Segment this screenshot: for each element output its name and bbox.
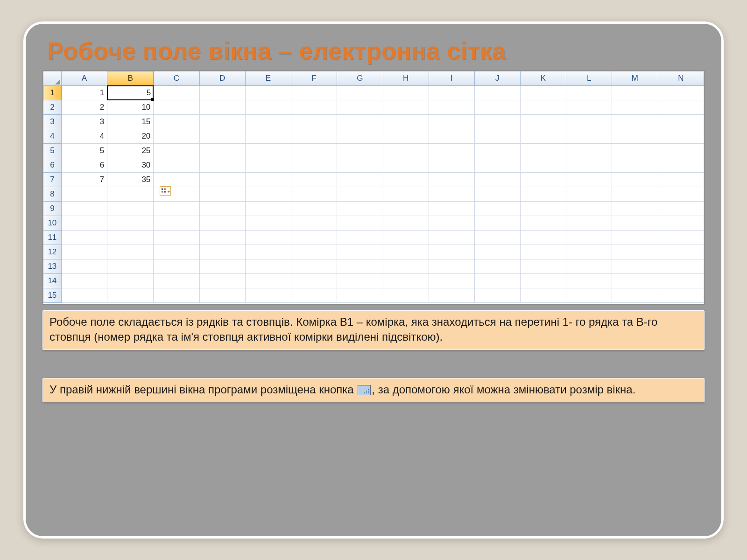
row-header-9[interactable]: 9 <box>43 202 62 216</box>
cell-G13[interactable] <box>337 259 383 274</box>
cell-M9[interactable] <box>612 202 658 216</box>
cell-H6[interactable] <box>383 158 429 173</box>
cell-E1[interactable] <box>245 86 291 100</box>
cell-H5[interactable] <box>383 144 429 158</box>
cell-J10[interactable] <box>474 216 520 231</box>
cell-J6[interactable] <box>474 158 520 173</box>
cell-A12[interactable] <box>61 245 107 259</box>
cell-F12[interactable] <box>291 245 337 259</box>
cell-M11[interactable] <box>612 231 658 245</box>
cell-D13[interactable] <box>199 259 245 274</box>
cell-K1[interactable] <box>520 86 566 100</box>
cell-D8[interactable] <box>199 187 245 202</box>
cell-D4[interactable] <box>199 129 245 144</box>
cell-N10[interactable] <box>658 216 704 231</box>
cell-D1[interactable] <box>199 86 245 100</box>
cell-M14[interactable] <box>612 274 658 288</box>
cell-G12[interactable] <box>337 245 383 259</box>
row-header-1[interactable]: 1 <box>43 86 62 100</box>
cell-D11[interactable] <box>199 231 245 245</box>
cell-L3[interactable] <box>566 115 612 129</box>
cell-J4[interactable] <box>474 129 520 144</box>
cell-K12[interactable] <box>520 245 566 259</box>
cell-I11[interactable] <box>429 231 474 245</box>
cell-N11[interactable] <box>658 231 704 245</box>
cell-K15[interactable] <box>520 288 566 303</box>
cell-M12[interactable] <box>612 245 658 259</box>
cell-A8[interactable] <box>61 187 107 202</box>
cell-E11[interactable] <box>245 231 291 245</box>
cell-I1[interactable] <box>429 86 474 100</box>
cell-I13[interactable] <box>429 259 474 274</box>
cell-J15[interactable] <box>474 288 520 303</box>
cell-E4[interactable] <box>245 129 291 144</box>
row-header-5[interactable]: 5 <box>43 144 62 158</box>
cell-J3[interactable] <box>474 115 520 129</box>
cell-B14[interactable] <box>107 274 154 288</box>
row-header-7[interactable]: 7 <box>43 173 62 187</box>
cell-C7[interactable] <box>154 173 199 187</box>
cell-J8[interactable] <box>474 187 520 202</box>
cell-L1[interactable] <box>566 86 612 100</box>
row-header-15[interactable]: 15 <box>43 288 62 303</box>
cell-D5[interactable] <box>199 144 245 158</box>
cell-A9[interactable] <box>61 202 107 216</box>
column-header-G[interactable]: G <box>337 71 383 86</box>
cell-E3[interactable] <box>245 115 291 129</box>
cell-G2[interactable] <box>337 100 383 115</box>
cell-I7[interactable] <box>429 173 474 187</box>
cell-M7[interactable] <box>612 173 658 187</box>
column-header-K[interactable]: K <box>520 71 566 86</box>
cell-B13[interactable] <box>107 259 154 274</box>
cell-G8[interactable] <box>337 187 383 202</box>
column-header-B[interactable]: B <box>107 71 154 86</box>
cell-M15[interactable] <box>612 288 658 303</box>
cell-N7[interactable] <box>658 173 704 187</box>
cell-B8[interactable] <box>107 187 154 202</box>
cell-C1[interactable] <box>154 86 199 100</box>
cell-I2[interactable] <box>429 100 474 115</box>
cell-L15[interactable] <box>566 288 612 303</box>
cell-L10[interactable] <box>566 216 612 231</box>
cell-A11[interactable] <box>61 231 107 245</box>
cell-B4[interactable]: 20 <box>107 129 154 144</box>
cell-B3[interactable]: 15 <box>107 115 154 129</box>
cell-K5[interactable] <box>520 144 566 158</box>
cell-N8[interactable] <box>658 187 704 202</box>
cell-J7[interactable] <box>474 173 520 187</box>
cell-A5[interactable]: 5 <box>61 144 107 158</box>
cell-K6[interactable] <box>520 158 566 173</box>
row-header-14[interactable]: 14 <box>43 274 62 288</box>
cell-L14[interactable] <box>566 274 612 288</box>
cell-N2[interactable] <box>658 100 704 115</box>
cell-B1[interactable]: 5 <box>107 86 154 100</box>
cell-K3[interactable] <box>520 115 566 129</box>
cell-L9[interactable] <box>566 202 612 216</box>
cell-H3[interactable] <box>383 115 429 129</box>
cell-I6[interactable] <box>429 158 474 173</box>
cell-I5[interactable] <box>429 144 474 158</box>
cell-N3[interactable] <box>658 115 704 129</box>
cell-K10[interactable] <box>520 216 566 231</box>
cell-K14[interactable] <box>520 274 566 288</box>
cell-L7[interactable] <box>566 173 612 187</box>
cell-C13[interactable] <box>154 259 199 274</box>
cell-G3[interactable] <box>337 115 383 129</box>
cell-B5[interactable]: 25 <box>107 144 154 158</box>
cell-D7[interactable] <box>199 173 245 187</box>
cell-M1[interactable] <box>612 86 658 100</box>
cell-A14[interactable] <box>61 274 107 288</box>
column-header-L[interactable]: L <box>566 71 612 86</box>
cell-K7[interactable] <box>520 173 566 187</box>
cell-J12[interactable] <box>474 245 520 259</box>
cell-E8[interactable] <box>245 187 291 202</box>
cell-E6[interactable] <box>245 158 291 173</box>
cell-H14[interactable] <box>383 274 429 288</box>
cell-F7[interactable] <box>291 173 337 187</box>
cell-E13[interactable] <box>245 259 291 274</box>
column-header-A[interactable]: A <box>61 71 107 86</box>
cell-H8[interactable] <box>383 187 429 202</box>
cell-H4[interactable] <box>383 129 429 144</box>
cell-G7[interactable] <box>337 173 383 187</box>
cell-I15[interactable] <box>429 288 474 303</box>
